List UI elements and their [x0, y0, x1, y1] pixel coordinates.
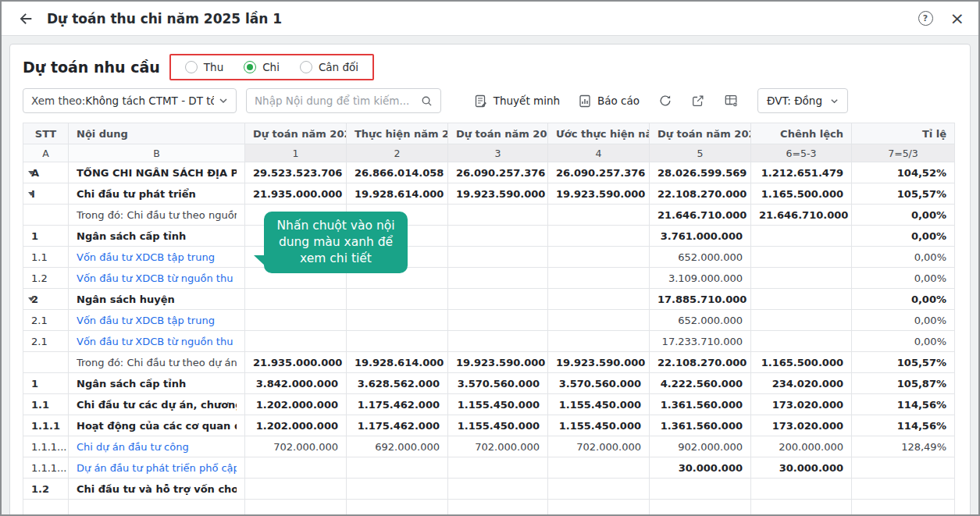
content-label: Ngân sách cấp tỉnh	[77, 378, 237, 390]
content-cell[interactable]: Vốn đầu tư XDCB từ nguồn thu sử dụng	[69, 331, 245, 352]
help-icon[interactable]: ?	[918, 11, 933, 26]
content-label: Chi đầu tư và hỗ trợ vốn cho các doanh	[77, 483, 237, 495]
column-index: 7=5/3	[852, 144, 955, 162]
refresh-icon[interactable]	[658, 94, 672, 108]
table-row: 1.1Chi đầu tư các dự án, chương trình th…	[23, 394, 955, 415]
value-cell: 3.109.000.000	[650, 268, 751, 289]
view-mode-dropdown[interactable]: Xem theo: Không tách CTMT - DT tổng hợp	[23, 88, 237, 113]
search-input[interactable]	[255, 94, 421, 107]
content-label[interactable]: Chi dự án đầu tư công	[77, 441, 237, 453]
content-area: Dự toán nhu cầu ThuChiCân đối Xem theo: …	[2, 36, 978, 516]
table-settings-icon[interactable]	[724, 94, 739, 108]
table-row: 2.1Vốn đầu tư XDCB tập trung652.000.0000…	[23, 310, 955, 331]
content-label: Hoạt động của các cơ quan quản lý	[77, 420, 237, 432]
value-cell: 0,00%	[852, 268, 955, 289]
value-cell: 19.923.590.000	[448, 352, 548, 373]
collapse-caret-icon[interactable]	[28, 192, 34, 196]
content-cell: Trong đó: Chi đầu tư theo dự án	[69, 352, 245, 373]
column-index: 2	[347, 144, 448, 162]
value-cell: 1.155.450.000	[548, 415, 650, 436]
export-icon[interactable]	[691, 94, 705, 108]
stt-cell: 1.1.1	[23, 415, 69, 436]
value-cell	[852, 479, 955, 500]
back-arrow-icon	[17, 10, 34, 27]
table-header-row: STTNội dungDự toán năm 2023Thực hiện năm…	[23, 123, 955, 144]
value-cell	[548, 226, 650, 247]
table-row: Trong đó: Chi đầu tư theo nguồn21.646.71…	[23, 205, 955, 226]
radio-option[interactable]: Cân đối	[300, 61, 358, 73]
value-cell: 1.202.000.000	[245, 394, 347, 415]
value-cell	[448, 331, 548, 352]
value-cell	[245, 500, 347, 516]
value-cell: 17.233.710.000	[650, 331, 751, 352]
column-index: 4	[548, 144, 650, 162]
close-icon[interactable]: ×	[950, 10, 964, 27]
value-cell	[347, 289, 448, 310]
column-index: 1	[245, 144, 347, 162]
value-cell: 26.866.014.058	[347, 162, 448, 183]
value-cell: 702.000.000	[548, 436, 650, 457]
stt-value: 1.1	[31, 251, 48, 263]
column-header: STT	[23, 123, 69, 144]
content-cell[interactable]: Dự án đầu tư phát triển phổ cập công	[69, 457, 245, 479]
stt-cell: I	[23, 183, 69, 205]
content-cell[interactable]: Vốn đầu tư XDCB tập trung	[69, 247, 245, 268]
value-cell	[245, 289, 347, 310]
collapse-caret-icon[interactable]	[28, 171, 34, 175]
value-cell: 19.923.590.000	[448, 183, 548, 205]
stt-value: 2.1	[31, 336, 48, 347]
content-label: Ngân sách cấp tỉnh	[77, 230, 237, 242]
collapse-caret-icon[interactable]	[28, 297, 34, 301]
unit-dropdown[interactable]: ĐVT: Đồng	[757, 88, 848, 113]
stt-value: 1.1	[31, 399, 49, 411]
content-cell: TỔNG CHI NGÂN SÁCH ĐỊA PHƯƠNG	[69, 162, 245, 183]
value-cell: 28.026.599.569	[650, 162, 751, 183]
content-label[interactable]: Vốn đầu tư XDCB từ nguồn thu sử dụng	[77, 272, 237, 284]
stt-value: 1	[31, 230, 38, 242]
radio-option[interactable]: Thu	[185, 61, 223, 73]
value-cell	[650, 500, 751, 516]
value-cell: 173.020.000	[751, 415, 852, 436]
content-label[interactable]: Dự án đầu tư phát triển phổ cập công	[77, 462, 237, 474]
radio-option[interactable]: Chi	[244, 61, 280, 73]
value-cell	[751, 479, 852, 500]
content-cell[interactable]: Chi dự án đầu tư công	[69, 436, 245, 457]
main-panel: Dự toán nhu cầu ThuChiCân đối Xem theo: …	[9, 44, 971, 516]
value-cell: 0,00%	[852, 310, 955, 331]
value-cell: 114,56%	[852, 415, 955, 436]
stt-cell: 1	[23, 373, 69, 394]
table-row: 1.1Vốn đầu tư XDCB tập trung652.000.0000…	[23, 247, 955, 268]
value-cell: 29.523.523.706	[245, 162, 347, 183]
stt-cell: 1.1	[23, 394, 69, 415]
value-cell	[347, 310, 448, 331]
column-header: Nội dung	[69, 123, 245, 144]
stt-cell: A	[23, 162, 69, 183]
content-cell[interactable]: Vốn đầu tư XDCB tập trung	[69, 310, 245, 331]
value-cell: 19.923.590.000	[548, 183, 650, 205]
value-cell: 200.000.000	[751, 436, 852, 457]
value-cell: 1.202.000.000	[245, 415, 347, 436]
content-cell[interactable]: Vốn đầu tư XDCB từ nguồn thu sử dụng	[69, 268, 245, 289]
bao-cao-button[interactable]: Báo cáo	[579, 94, 640, 108]
value-cell	[448, 247, 548, 268]
back-button[interactable]	[16, 9, 36, 29]
thuyet-minh-button[interactable]: Thuyết minh	[475, 94, 560, 108]
value-cell	[751, 500, 852, 516]
stt-value: 1.2	[31, 483, 49, 495]
thuyet-minh-label: Thuyết minh	[494, 94, 560, 107]
value-cell: 105,87%	[852, 373, 955, 394]
content-label[interactable]: Vốn đầu tư XDCB tập trung	[77, 251, 237, 263]
value-cell	[751, 289, 852, 310]
hint-tooltip-text: Nhấn chuột vào nội dung màu xanh để xem …	[276, 219, 394, 265]
content-label[interactable]: Vốn đầu tư XDCB từ nguồn thu sử dụng	[77, 336, 237, 347]
radio-label: Cân đối	[319, 61, 358, 73]
tooltip-tail	[254, 255, 266, 267]
search-icon[interactable]	[421, 95, 433, 107]
value-cell	[852, 500, 955, 516]
content-label[interactable]: Vốn đầu tư XDCB tập trung	[77, 315, 237, 326]
stt-cell: 1.2	[23, 479, 69, 500]
value-cell	[548, 331, 650, 352]
radio-icon	[185, 61, 198, 73]
value-cell: 1.175.462.000	[347, 394, 448, 415]
value-cell	[751, 268, 852, 289]
